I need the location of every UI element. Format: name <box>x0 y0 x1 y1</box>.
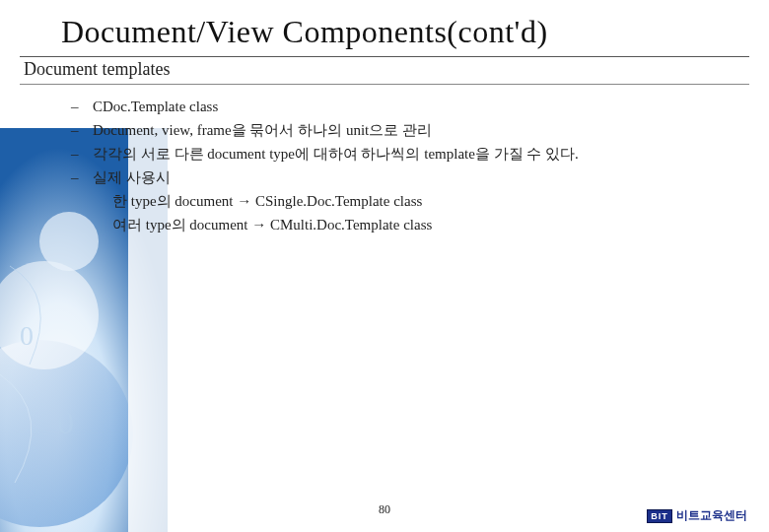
slide: Document/View Components(cont'd) Documen… <box>0 0 769 532</box>
slide-title: Document/View Components(cont'd) <box>0 0 769 54</box>
logo-text: 비트교육센터 <box>676 507 747 524</box>
sub-bullet-text: 여러 type의 document → CMulti.Doc.Template … <box>71 213 730 236</box>
bullet-text: Document, view, frame을 묶어서 하나의 unit으로 관리 <box>93 118 730 142</box>
subheading: Document templates <box>0 57 769 80</box>
list-item: – 실제 사용시 <box>71 166 730 189</box>
logo-block: BIT 비트교육센터 <box>647 507 747 524</box>
bullet-text: 실제 사용시 <box>93 166 730 189</box>
footer: 80 BIT 비트교육센터 <box>0 502 769 524</box>
list-item: – CDoc.Template class <box>71 95 730 118</box>
bullet-marker: – <box>71 166 93 189</box>
bullet-text: CDoc.Template class <box>93 95 730 118</box>
list-item: – 각각의 서로 다른 document type에 대하여 하나씩의 temp… <box>71 142 730 166</box>
logo-icon: BIT <box>647 509 672 523</box>
content-block: – CDoc.Template class – Document, view, … <box>0 91 769 236</box>
sub-bullet-text: 한 type의 document → CSingle.Doc.Template … <box>71 189 730 213</box>
bullet-marker: – <box>71 118 93 142</box>
bullet-text: 각각의 서로 다른 document type에 대하여 하나씩의 templa… <box>93 142 730 166</box>
page-number: 80 <box>379 502 390 517</box>
bullet-marker: – <box>71 95 93 118</box>
bullet-marker: – <box>71 142 93 166</box>
subheading-underline <box>20 84 749 85</box>
list-item: – Document, view, frame을 묶어서 하나의 unit으로 … <box>71 118 730 142</box>
